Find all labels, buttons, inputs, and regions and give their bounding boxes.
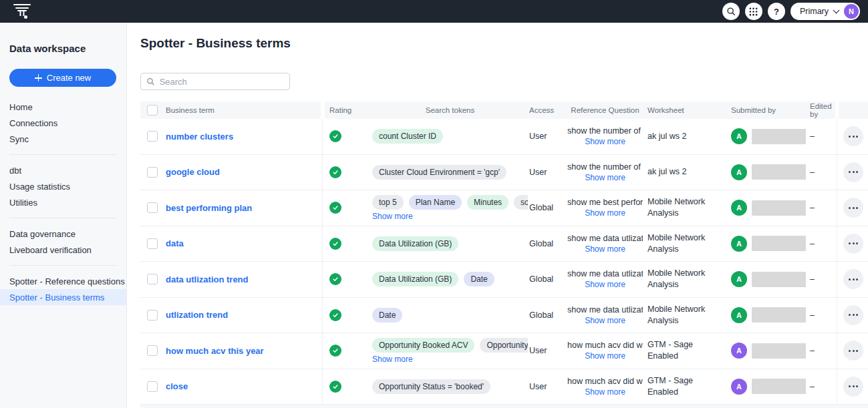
business-term-link[interactable]: number clusters: [166, 132, 233, 142]
row-checkbox[interactable]: [147, 167, 158, 178]
submitter-avatar: A: [731, 128, 747, 144]
search-input[interactable]: [160, 77, 284, 87]
column-header-business-term: Business term: [166, 101, 321, 119]
access-value: Global: [529, 203, 553, 212]
row-checkbox[interactable]: [147, 274, 158, 284]
table-footer-strip: [140, 405, 868, 408]
worksheet-name: Mobile Network Analysis: [647, 196, 726, 219]
submitter-avatar: A: [731, 236, 747, 252]
question-show-more-link[interactable]: Show more: [585, 173, 625, 182]
select-all-checkbox[interactable]: [147, 105, 158, 116]
main-content: Spotter - Business terms Business termRa…: [127, 23, 868, 408]
search-tokens: Opportunity Status = 'booked': [372, 379, 490, 394]
worksheet-name: GTM - Sage Enabled: [647, 339, 726, 362]
reference-question-text: show the number of c: [567, 162, 643, 172]
row-actions-button[interactable]: [843, 126, 863, 146]
column-header-worksheet: Worksheet: [643, 101, 726, 119]
verified-badge-icon: [329, 381, 341, 393]
sidebar-item-connections[interactable]: Connections: [0, 115, 126, 131]
help-icon[interactable]: ?: [768, 3, 785, 20]
row-actions-button[interactable]: [843, 234, 863, 254]
row-actions-button[interactable]: [843, 162, 863, 182]
token-pill: Opportunity Booked ACV: [372, 338, 474, 353]
column-header-submitted-by: Submitted by: [726, 101, 806, 119]
question-show-more-link[interactable]: Show more: [585, 280, 625, 289]
apps-grid-icon[interactable]: [745, 3, 762, 20]
row-actions-button[interactable]: [843, 198, 863, 218]
chevron-down-icon: [833, 7, 840, 14]
worksheet-name: Mobile Network Analysis: [647, 232, 726, 255]
token-pill: Date: [372, 308, 402, 323]
token-pill: Date: [464, 272, 494, 286]
question-show-more-link[interactable]: Show more: [585, 208, 625, 218]
row-checkbox[interactable]: [147, 238, 158, 249]
access-value: User: [529, 346, 547, 355]
table-row: close Opportunity Status = 'booked' User…: [140, 369, 868, 405]
sidebar-item-dbt[interactable]: dbt: [0, 162, 126, 178]
sidebar-item-data-governance[interactable]: Data governance: [0, 226, 126, 242]
table-row: data utlization trend Data Utilization (…: [140, 262, 868, 298]
user-avatar[interactable]: N: [844, 4, 859, 19]
sidebar-item-spotter-reference-questions[interactable]: Spotter - Reference questions: [0, 273, 126, 289]
workspace-title: Data workspace: [0, 43, 126, 54]
question-show-more-link[interactable]: Show more: [585, 387, 625, 397]
tokens-show-more-link[interactable]: Show more: [372, 355, 413, 364]
token-pill: Cluster Cloud Environment = 'gcp': [372, 165, 507, 180]
column-header-access: Access: [528, 101, 567, 119]
token-pill: Minutes: [467, 195, 509, 210]
sidebar-item-home[interactable]: Home: [0, 99, 126, 115]
token-pill: Opportunity C: [480, 338, 528, 353]
access-value: User: [529, 382, 547, 391]
submitter-avatar: A: [731, 343, 747, 359]
business-term-link[interactable]: google cloud: [166, 167, 220, 177]
column-header-reference-question: Reference Question: [567, 101, 643, 119]
business-term-link[interactable]: best performing plan: [166, 203, 252, 213]
question-show-more-link[interactable]: Show more: [585, 316, 625, 325]
table-search: [140, 73, 290, 90]
row-actions-button[interactable]: [843, 305, 863, 325]
reference-question-text: show me best perfor: [567, 198, 643, 207]
row-actions-button[interactable]: [843, 341, 863, 361]
sidebar-item-spotter-business-terms[interactable]: Spotter - Business terms: [0, 289, 126, 305]
question-show-more-link[interactable]: Show more: [585, 244, 625, 254]
row-checkbox[interactable]: [147, 131, 158, 142]
submitter-avatar: A: [731, 200, 747, 216]
table-header-row: Business termRatingSearch tokensAccessRe…: [140, 101, 868, 119]
row-checkbox[interactable]: [147, 345, 158, 356]
edited-by-value: –: [810, 311, 815, 320]
access-value: User: [529, 132, 547, 141]
row-checkbox[interactable]: [147, 381, 158, 392]
question-show-more-link[interactable]: Show more: [585, 137, 625, 146]
org-switcher[interactable]: Primary N: [790, 3, 860, 20]
redacted-name: [752, 129, 806, 144]
row-checkbox[interactable]: [147, 310, 158, 321]
plus-icon: [35, 74, 42, 81]
verified-badge-icon: [329, 309, 341, 321]
row-actions-button[interactable]: [843, 269, 863, 289]
sidebar-item-utilities[interactable]: Utilities: [0, 194, 126, 210]
search-icon[interactable]: [722, 3, 740, 20]
token-pill: Data Utilization (GB): [372, 236, 458, 251]
redacted-name: [752, 307, 806, 323]
sidebar-item-sync[interactable]: Sync: [0, 131, 126, 147]
token-pill: sort b: [514, 195, 528, 210]
sidebar-item-liveboard-verification[interactable]: Liveboard verification: [0, 242, 126, 258]
row-checkbox[interactable]: [147, 202, 158, 213]
business-term-link[interactable]: how much acv this year: [166, 346, 264, 356]
search-tokens: Opportunity Booked ACVOpportunity C: [372, 338, 528, 353]
tokens-show-more-link[interactable]: Show more: [372, 212, 413, 221]
token-pill: top 5: [372, 195, 404, 210]
business-term-link[interactable]: close: [166, 381, 188, 391]
business-term-link[interactable]: data: [166, 238, 184, 248]
worksheet-name: GTM - Sage Enabled: [647, 375, 726, 398]
business-term-link[interactable]: utlization trend: [166, 310, 228, 320]
table-row: google cloud Cluster Cloud Environment =…: [140, 155, 868, 191]
thoughtspot-logo[interactable]: [12, 3, 32, 20]
row-actions-button[interactable]: [843, 377, 863, 397]
sidebar-divider: [9, 265, 117, 266]
search-tokens: Data Utilization (GB)Date: [372, 272, 494, 286]
question-show-more-link[interactable]: Show more: [585, 351, 625, 361]
sidebar-item-usage-statistics[interactable]: Usage statistics: [0, 178, 126, 194]
business-term-link[interactable]: data utlization trend: [166, 274, 249, 284]
create-new-button[interactable]: Create new: [9, 69, 116, 87]
